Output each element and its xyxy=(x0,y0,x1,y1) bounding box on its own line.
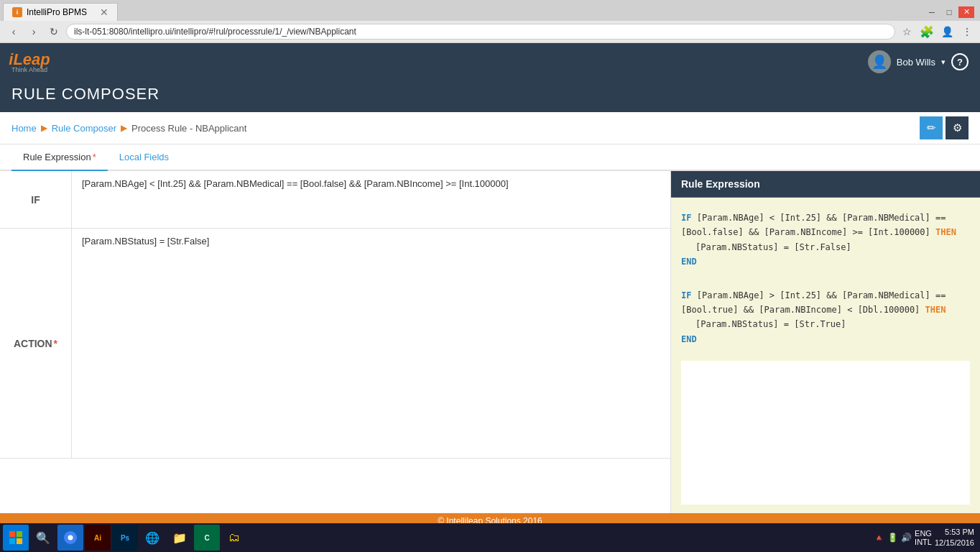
minimize-button[interactable]: ─ xyxy=(924,6,940,18)
taskbar-ie[interactable]: 🌐 xyxy=(139,525,165,529)
block2-then-keyword: THEN xyxy=(925,305,946,315)
user-dropdown-arrow[interactable]: ▾ xyxy=(941,58,946,67)
block2-condition: [Param.NBAge] > [Int.25] && [Param.NBMed… xyxy=(697,290,946,300)
taskbar-file-explorer[interactable]: 🗂 xyxy=(221,525,247,529)
rule-container: IF [Param.NBAge] < [Int.25] && [Param.NB… xyxy=(0,171,980,513)
tab-rule-expression-label: Rule Expression xyxy=(23,152,91,162)
breadcrumb-composer[interactable]: Rule Composer xyxy=(52,123,116,134)
page-title: RULE COMPOSER xyxy=(11,85,969,104)
close-button[interactable]: ✕ xyxy=(958,6,974,18)
if-label: IF xyxy=(0,171,72,228)
block2-if-keyword: IF xyxy=(681,290,697,300)
tab-local-fields[interactable]: Local Fields xyxy=(108,144,180,171)
taskbar-photoshop[interactable]: Ps xyxy=(112,525,138,529)
browser-actions: ☆ 🧩 👤 ⋮ xyxy=(900,24,974,39)
user-name[interactable]: Bob Wills xyxy=(897,57,935,68)
logo-sub: Think Ahead xyxy=(9,66,50,73)
bookmark-icon[interactable]: ☆ xyxy=(900,24,914,39)
tabs-row: Rule Expression* Local Fields xyxy=(0,144,980,171)
if-condition[interactable]: [Param.NBAge] < [Int.25] && [Param.NBMed… xyxy=(72,171,670,228)
page-title-bar: RULE COMPOSER xyxy=(0,80,980,112)
refresh-button[interactable]: ↻ xyxy=(46,24,62,40)
edit-button[interactable]: ✏ xyxy=(920,116,943,139)
taskbar-clock: 5:53 PM 12/15/2016 xyxy=(935,527,974,530)
browser-chrome: i IntelliPro BPMS ✕ ─ □ ✕ ‹ › ↻ ils-lt-0… xyxy=(0,0,980,43)
breadcrumb-actions: ✏ ⚙ xyxy=(920,116,969,139)
window-controls: ─ □ ✕ xyxy=(924,6,977,18)
rule-expression-panel: Rule Expression IF [Param.NBAge] < [Int.… xyxy=(671,171,980,513)
rule-editor: IF [Param.NBAge] < [Int.25] && [Param.NB… xyxy=(0,171,671,513)
address-bar-row: ‹ › ↻ ils-lt-051:8080/intellipro.ui/inte… xyxy=(0,21,980,42)
rule-if-row: IF [Param.NBAge] < [Int.25] && [Param.NB… xyxy=(0,171,670,229)
block2-action: [Param.NBStatus] = [Str.True] xyxy=(695,319,846,329)
tab-favicon: i xyxy=(12,7,22,17)
forward-button[interactable]: › xyxy=(26,24,42,40)
block2-condition2: [Bool.true] && [Param.NBIncome] < [Dbl.1… xyxy=(681,305,925,315)
breadcrumb-sep-1: ▶ xyxy=(41,123,47,133)
start-button[interactable] xyxy=(3,525,29,529)
rule-expression-title: Rule Expression xyxy=(681,178,760,190)
back-button[interactable]: ‹ xyxy=(6,24,22,40)
action-required-mark: * xyxy=(54,338,57,349)
block2-end-keyword: END xyxy=(681,334,697,344)
block1-condition2: [Bool.false] && [Param.NBIncome] >= [Int… xyxy=(681,227,935,237)
help-button[interactable]: ? xyxy=(951,53,969,70)
block1-condition2-line: [Bool.false] && [Param.NBIncome] >= [Int… xyxy=(681,225,970,239)
block1-action: [Param.NBStatus] = [Str.False] xyxy=(695,242,851,252)
browser-tab[interactable]: i IntelliPro BPMS ✕ xyxy=(3,3,118,21)
rule-expr-block-2: IF [Param.NBAge] > [Int.25] && [Param.NB… xyxy=(681,284,970,351)
block2-condition2-line: [Bool.true] && [Param.NBIncome] < [Dbl.1… xyxy=(681,303,970,317)
breadcrumb: Home ▶ Rule Composer ▶ Process Rule - NB… xyxy=(0,112,980,144)
block2-end-line: END xyxy=(681,332,970,346)
taskbar-right: 🔺 🔋 🔊 ENG INTL 5:53 PM 12/15/2016 xyxy=(874,527,977,530)
address-text: ils-lt-051:8080/intellipro.ui/intellipro… xyxy=(74,27,356,37)
taskbar-chrome[interactable] xyxy=(57,525,83,529)
rule-expression-body: IF [Param.NBAge] < [Int.25] && [Param.NB… xyxy=(671,198,980,513)
rule-expr-empty-section xyxy=(681,361,970,505)
breadcrumb-current: Process Rule - NBApplicant xyxy=(131,123,246,134)
breadcrumb-sep-2: ▶ xyxy=(121,123,127,133)
block1-then-keyword: THEN xyxy=(935,227,956,237)
tab-rule-expression[interactable]: Rule Expression* xyxy=(11,144,108,171)
block2-if-line: IF [Param.NBAge] > [Int.25] && [Param.NB… xyxy=(681,288,970,303)
rule-action-row: ACTION* [Param.NBStatus] = [Str.False] xyxy=(0,229,670,459)
maximize-button[interactable]: □ xyxy=(941,6,957,18)
tab-local-fields-label: Local Fields xyxy=(119,152,169,162)
rule-expression-header: Rule Expression xyxy=(671,171,980,198)
address-bar[interactable]: ils-lt-051:8080/intellipro.ui/intellipro… xyxy=(66,24,895,40)
tab-close-button[interactable]: ✕ xyxy=(100,6,108,18)
taskbar-folder[interactable]: 📁 xyxy=(167,525,193,529)
clock-time: 5:53 PM xyxy=(935,527,974,530)
avatar: 👤 xyxy=(868,50,891,73)
block1-action-line: [Param.NBStatus] = [Str.False] xyxy=(681,240,970,254)
settings-icon[interactable]: ⋮ xyxy=(960,24,974,39)
extensions-icon[interactable]: 🧩 xyxy=(920,24,934,39)
tab-title: IntelliPro BPMS xyxy=(27,7,87,17)
logo-box: iLeap Think Ahead xyxy=(11,47,47,76)
taskbar-illustrator[interactable]: Ai xyxy=(85,525,111,529)
app-header: iLeap Think Ahead 👤 Bob Wills ▾ ? xyxy=(0,43,980,80)
taskbar-search[interactable]: 🔍 xyxy=(30,525,56,529)
block2-action-line: [Param.NBStatus] = [Str.True] xyxy=(681,317,970,331)
gear-button[interactable]: ⚙ xyxy=(946,116,969,139)
profile-icon[interactable]: 👤 xyxy=(940,24,954,39)
block1-condition: [Param.NBAge] < [Int.25] && [Param.NBMed… xyxy=(697,213,946,223)
rule-expr-block-1: IF [Param.NBAge] < [Int.25] && [Param.NB… xyxy=(681,206,970,274)
taskbar: 🔍 Ai Ps 🌐 📁 C 🗂 🔺 🔋 🔊 ENG INTL 5:53 PM 1… xyxy=(0,523,980,529)
breadcrumb-home[interactable]: Home xyxy=(11,123,37,134)
taskbar-camtasia[interactable]: C xyxy=(194,525,220,529)
block1-end-line: END xyxy=(681,254,970,269)
block1-if-keyword: IF xyxy=(681,213,697,223)
header-user: 👤 Bob Wills ▾ ? xyxy=(868,50,969,73)
block1-end-keyword: END xyxy=(681,257,697,267)
action-content[interactable]: [Param.NBStatus] = [Str.False] xyxy=(72,229,670,458)
logo-area: iLeap Think Ahead xyxy=(11,47,47,76)
main-content: Rule Expression* Local Fields IF [Param.… xyxy=(0,144,980,513)
block1-if-line: IF [Param.NBAge] < [Int.25] && [Param.NB… xyxy=(681,211,970,225)
action-label: ACTION* xyxy=(0,229,72,458)
tab-required-mark: * xyxy=(93,152,96,162)
